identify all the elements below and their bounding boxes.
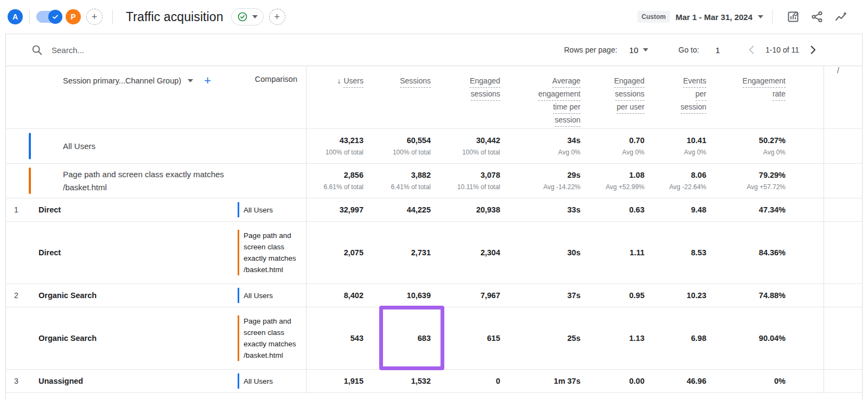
prev-page-icon[interactable] (746, 44, 758, 56)
metric-cell-engaged-sessions-per-user: 1.11 (580, 222, 644, 283)
comparison-toggle[interactable] (36, 11, 61, 23)
metric-value: 1m 37s (554, 376, 580, 386)
avatar-a[interactable]: A (8, 9, 23, 24)
column-gap (786, 66, 824, 128)
comparison-cell (238, 129, 306, 163)
summary-row: Page path and screen class exactly match… (6, 164, 862, 198)
metric-cell-avg-engagement-time: 37s (500, 284, 580, 307)
header-text: Users (343, 75, 363, 88)
channel-cell: 1Direct (6, 198, 238, 221)
metric-value: 30,442 (476, 135, 500, 146)
row-metrics: 1,9151,53201m 37s0.0046.960% (306, 370, 868, 392)
channel-name: Organic Search (39, 334, 97, 343)
chevron-down-icon (252, 15, 258, 18)
column-header-engaged-sessions-per-user[interactable]: Engagedsessionsper user (580, 66, 644, 128)
report-status-pill[interactable] (231, 8, 264, 25)
page-title: Traffic acquisition (126, 10, 224, 24)
top-bar: A P + Traffic acquisition + Custom Mar 1… (0, 0, 868, 34)
metric-subvalue: Avg 0% (684, 147, 706, 158)
header-text: rate (773, 88, 786, 101)
metric-value: 6.98 (691, 333, 706, 344)
summary-label: All Users (63, 140, 95, 153)
header-text: time per (553, 101, 580, 114)
search-input[interactable] (50, 45, 215, 55)
search-icon[interactable] (31, 44, 43, 56)
column-gap (786, 307, 824, 369)
metric-cell-events-per-session: 9.48 (644, 198, 706, 221)
metric-cell-events-per-session: 10.41Avg 0% (644, 129, 706, 163)
metric-value: 3,078 (481, 170, 500, 180)
column-header-line: session (644, 101, 706, 114)
column-gap (786, 129, 824, 163)
column-header-line: session (500, 114, 580, 127)
header-text: per (695, 88, 706, 101)
metric-value: 46.96 (687, 376, 706, 386)
row-metrics: 8,40210,6397,96737s0.9510.2374.88% (306, 284, 868, 307)
metric-cell-engaged-sessions-per-user: 0.70Avg 0% (580, 129, 644, 163)
metric-cell-engaged-sessions-per-user: 0.95 (580, 284, 644, 307)
clipped-next-column: / (824, 66, 868, 128)
channel-cell: Organic Search (6, 307, 238, 369)
summary-label-cell: All Users (6, 129, 238, 163)
metric-subvalue: Avg -14.22% (544, 182, 581, 192)
rows-per-page-value[interactable]: 10 (629, 46, 639, 55)
metric-value: 0.00 (629, 376, 644, 386)
metric-cell-events-per-session: 8.53 (644, 222, 706, 283)
metric-cell-avg-engagement-time: 34sAvg 0% (500, 129, 580, 163)
metric-value: 32,997 (340, 204, 363, 215)
goto-page-input[interactable]: 1 (716, 46, 720, 55)
metric-cell-sessions: 44,225 (363, 198, 431, 221)
metric-value: 1,915 (344, 376, 363, 386)
column-header-line: time per (500, 101, 580, 114)
column-header-users[interactable]: ↓Users (307, 66, 363, 128)
sort-descending-icon: ↓ (337, 76, 341, 85)
metric-value: 1.13 (629, 333, 644, 344)
column-header-sessions[interactable]: Sessions (363, 66, 431, 128)
metric-cell-avg-engagement-time: 29sAvg -14.22% (500, 164, 580, 198)
column-header-events-per-session[interactable]: Eventspersession (644, 66, 706, 128)
next-page-icon[interactable] (807, 44, 819, 56)
metric-cell-users: 32,997 (307, 198, 363, 221)
column-gap (786, 164, 824, 198)
dimension-header-cell: Session primary...Channel Group) + (6, 66, 238, 128)
share-icon[interactable] (810, 10, 824, 23)
rows-per-page-chevron-icon[interactable] (643, 48, 648, 51)
metric-value: 90.04% (759, 333, 786, 344)
add-report-button[interactable]: + (269, 9, 285, 25)
metric-cell-avg-engagement-time: 1m 37s (500, 370, 580, 392)
column-header-line: per (644, 88, 706, 101)
metric-value: 0.63 (629, 204, 644, 215)
metric-value: 25s (567, 333, 580, 344)
date-range[interactable]: Mar 1 - Mar 31, 2024 (675, 12, 752, 22)
avatar-p[interactable]: P (66, 9, 81, 24)
column-header-engaged-sessions[interactable]: Engagedsessions (431, 66, 500, 128)
date-chevron-down-icon[interactable] (758, 15, 763, 18)
metric-cell-events-per-session: 10.23 (644, 284, 706, 307)
channel-name: Unassigned (39, 377, 83, 385)
metric-value: 8,402 (344, 290, 363, 301)
column-header-avg-engagement-time[interactable]: Averageengagementtime persession (500, 66, 580, 128)
row-index: 1 (6, 205, 39, 214)
metric-cell-engagement-rate: 90.04% (706, 307, 786, 369)
header-text: sessions (615, 88, 644, 101)
dimension-dropdown[interactable]: Session primary...Channel Group) + (63, 75, 211, 87)
check-circle-icon (237, 11, 248, 22)
metric-subvalue: 6.61% of total (324, 182, 363, 192)
add-dimension-button[interactable]: + (204, 75, 211, 87)
metric-cell-sessions: 2,731 (363, 222, 431, 283)
comparison-cell: All Users (238, 370, 306, 392)
metric-value: 7,967 (481, 290, 500, 301)
clipped-next-column (824, 164, 868, 198)
rows-per-page-label: Rows per page: (564, 46, 617, 54)
metric-cell-users: 1,915 (307, 370, 363, 392)
add-comparison-button[interactable]: + (86, 9, 103, 25)
insights-icon[interactable] (834, 10, 847, 23)
row-index: 2 (6, 291, 39, 300)
column-header-engagement-rate[interactable]: Engagementrate (706, 66, 786, 128)
header-text: session (681, 101, 706, 114)
customize-report-icon[interactable] (787, 10, 800, 23)
pagination-range: 1-10 of 11 (765, 46, 799, 54)
column-header-line: Sessions (363, 75, 431, 88)
metric-value: 2,075 (344, 247, 363, 258)
column-header-line: Engaged (431, 75, 500, 88)
